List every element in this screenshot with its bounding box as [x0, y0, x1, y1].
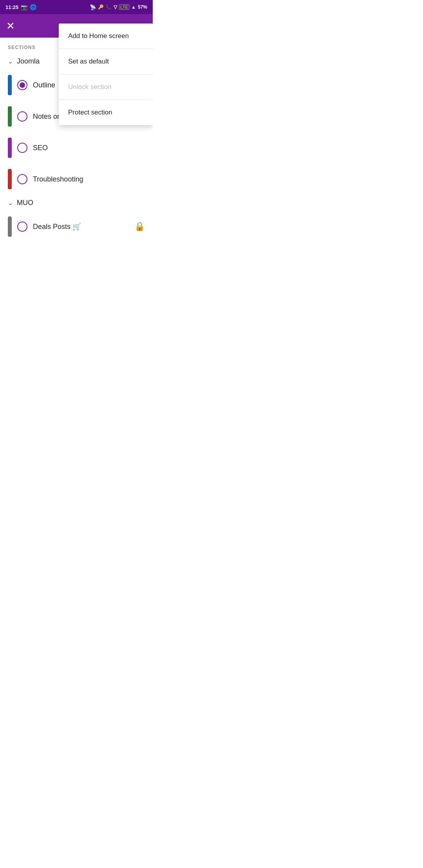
dropdown-menu: Add to Home screenSet as defaultUnlock s… — [59, 24, 153, 125]
status-bar: 11:25 📷 🌐 📡 🔑 📞 ▽ LTE ▲ 57% — [0, 0, 153, 14]
color-tab-outline — [8, 75, 12, 95]
item-label-seo: SEO — [33, 144, 145, 152]
lock-icon-deals-posts: 🔒 — [134, 222, 145, 232]
dropdown-item-set-as-default[interactable]: Set as default — [59, 49, 153, 74]
world-icon: 🌐 — [30, 4, 36, 10]
color-tab-deals-posts — [8, 216, 12, 237]
chevron-icon: ⌄ — [8, 58, 13, 65]
dropdown-item-protect-section[interactable]: Protect section — [59, 100, 153, 125]
radio-troubleshooting[interactable] — [17, 174, 27, 184]
phone-icon: 📞 — [106, 4, 112, 10]
status-right: 📡 🔑 📞 ▽ LTE ▲ 57% — [90, 4, 147, 10]
camera-icon: 📷 — [21, 4, 27, 10]
lte-label: LTE — [119, 4, 129, 10]
wifi-icon: ▽ — [114, 4, 117, 10]
dropdown-item-add-to-home[interactable]: Add to Home screen — [59, 24, 153, 49]
cast-icon: 📡 — [90, 4, 96, 10]
close-button[interactable]: ✕ — [6, 21, 15, 31]
item-label-deals-posts: Deals Posts 🛒 — [33, 222, 129, 231]
radio-deals-posts[interactable] — [17, 222, 27, 232]
group-label-muo: MUO — [17, 199, 33, 207]
radio-seo[interactable] — [17, 143, 27, 153]
color-tab-notes-on-joomla — [8, 106, 12, 127]
group-header-muo[interactable]: ⌄ MUO — [0, 195, 153, 211]
radio-outline[interactable] — [17, 80, 27, 90]
radio-notes-on-joomla[interactable] — [17, 111, 27, 122]
battery-display: 57% — [138, 4, 147, 10]
item-label-troubleshooting: Troubleshooting — [33, 175, 145, 183]
dropdown-item-unlock-section: Unlock section — [59, 74, 153, 100]
signal-icon: ▲ — [131, 4, 136, 10]
section-item-seo[interactable]: SEO — [0, 132, 153, 163]
color-tab-seo — [8, 138, 12, 158]
group-label-joomla: Joomla — [17, 57, 40, 65]
time-display: 11:25 — [5, 4, 18, 10]
chevron-icon: ⌄ — [8, 199, 13, 207]
section-item-troubleshooting[interactable]: Troubleshooting — [0, 163, 153, 195]
status-left: 11:25 📷 🌐 — [5, 4, 36, 10]
color-tab-troubleshooting — [8, 169, 12, 189]
key-icon: 🔑 — [98, 4, 104, 10]
section-item-deals-posts[interactable]: Deals Posts 🛒🔒 — [0, 211, 153, 242]
